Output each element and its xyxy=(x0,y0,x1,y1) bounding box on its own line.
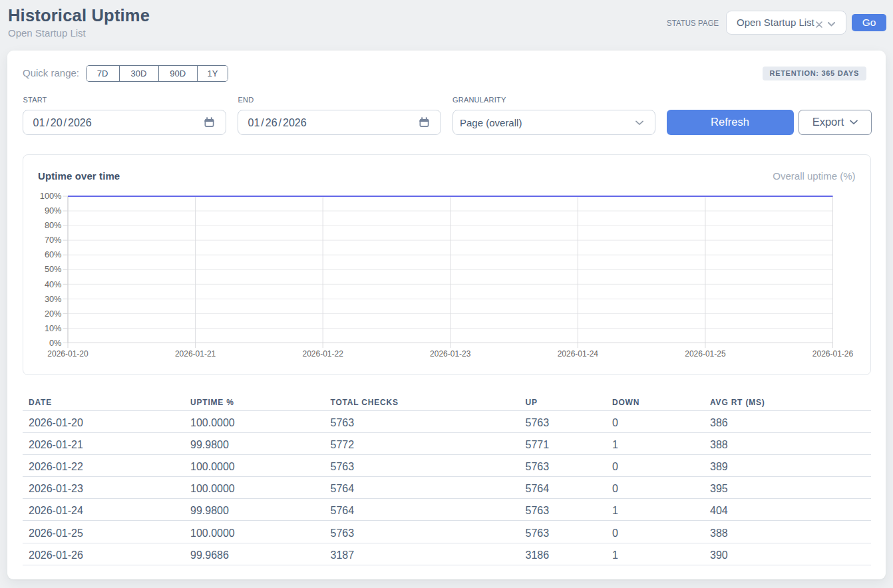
svg-text:80%: 80% xyxy=(45,220,62,230)
svg-text:90%: 90% xyxy=(45,206,62,216)
svg-text:60%: 60% xyxy=(45,249,62,259)
svg-text:2026-01-22: 2026-01-22 xyxy=(302,349,343,359)
svg-text:2026-01-21: 2026-01-21 xyxy=(175,349,216,359)
svg-text:2026-01-20: 2026-01-20 xyxy=(47,349,89,359)
svg-text:70%: 70% xyxy=(45,235,62,245)
svg-text:2026-01-25: 2026-01-25 xyxy=(685,349,726,359)
svg-text:100%: 100% xyxy=(40,191,62,201)
svg-text:40%: 40% xyxy=(45,279,62,289)
svg-text:2026-01-23: 2026-01-23 xyxy=(430,349,471,359)
svg-text:20%: 20% xyxy=(45,308,62,318)
svg-text:2026-01-24: 2026-01-24 xyxy=(558,349,599,359)
svg-text:10%: 10% xyxy=(45,323,62,333)
svg-text:2026-01-26: 2026-01-26 xyxy=(812,349,854,359)
svg-text:0%: 0% xyxy=(49,337,62,347)
svg-text:50%: 50% xyxy=(45,264,62,274)
svg-text:30%: 30% xyxy=(45,293,62,303)
